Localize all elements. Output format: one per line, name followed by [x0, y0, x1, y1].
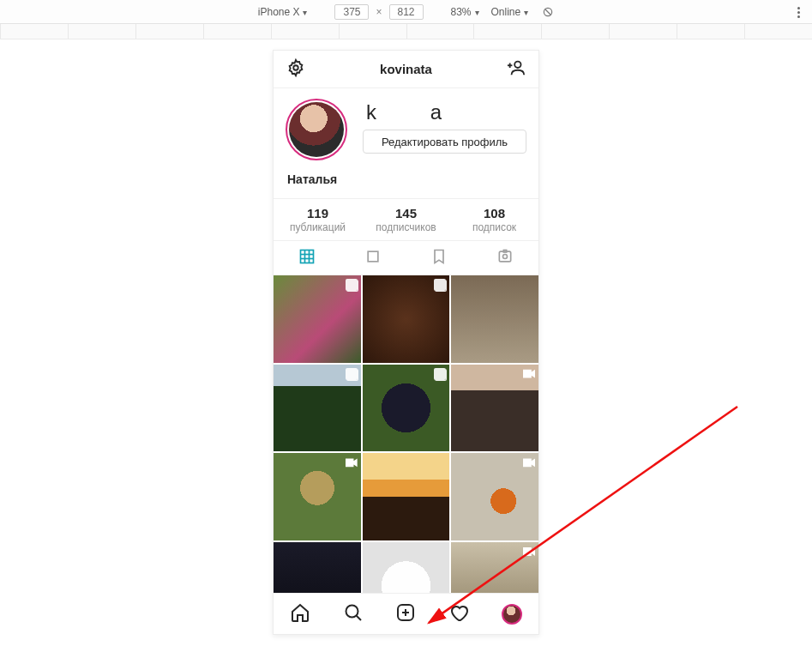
stat-followers[interactable]: 145 подписчиков: [362, 199, 450, 240]
feed-icon: [364, 248, 382, 269]
bookmark-icon: [430, 248, 448, 269]
profile-header: kovinata: [274, 51, 538, 88]
multi-photo-badge-icon: [434, 368, 446, 380]
multi-photo-badge-icon: [434, 279, 446, 291]
post-thumbnail[interactable]: [451, 365, 538, 452]
tagged-icon: [496, 248, 514, 269]
header-username: kovinata: [308, 62, 504, 76]
home-icon: [290, 602, 310, 626]
stat-posts-count: 119: [274, 206, 362, 220]
post-thumbnail[interactable]: [451, 275, 538, 363]
svg-line-1: [545, 9, 551, 15]
post-thumbnail[interactable]: [274, 365, 361, 452]
stat-posts-label: публикаций: [274, 221, 362, 233]
devtools-menu-button[interactable]: [797, 5, 800, 20]
profile-info-row: k a Редактировать профиль: [274, 88, 538, 166]
multi-photo-badge-icon: [346, 368, 358, 380]
viewport-height-input[interactable]: [389, 4, 424, 20]
profile-stats: 119 публикаций 145 подписчиков 108 подпи…: [274, 198, 538, 241]
phone-viewport: kovinata k a Редактировать профиль Натал…: [273, 50, 539, 635]
avatar-icon: [502, 604, 522, 625]
dimension-separator: ×: [376, 6, 382, 18]
tab-saved[interactable]: [406, 241, 472, 275]
post-thumbnail[interactable]: [274, 275, 361, 363]
gear-icon: [286, 58, 305, 81]
svg-point-13: [503, 254, 508, 258]
svg-point-15: [346, 605, 358, 617]
stat-following[interactable]: 108 подписок: [450, 199, 538, 240]
profile-username-large: k a: [366, 100, 526, 124]
stat-following-count: 108: [450, 206, 538, 220]
stat-posts[interactable]: 119 публикаций: [274, 199, 362, 240]
video-badge-icon: [523, 546, 535, 558]
grid-icon: [298, 248, 316, 269]
video-badge-icon: [346, 456, 358, 468]
bottom-nav: [274, 593, 538, 634]
post-thumbnail[interactable]: [274, 542, 361, 593]
zoom-select[interactable]: 83%: [451, 6, 479, 18]
svg-rect-12: [500, 251, 511, 262]
edit-profile-button[interactable]: Редактировать профиль: [363, 130, 526, 154]
nav-activity[interactable]: [448, 604, 469, 625]
responsive-ruler: [0, 24, 812, 39]
post-thumbnail[interactable]: [451, 542, 538, 593]
video-badge-icon: [523, 368, 535, 380]
svg-rect-6: [300, 250, 313, 263]
nav-new-post[interactable]: [395, 604, 416, 625]
viewport-width-input[interactable]: [334, 4, 369, 20]
multi-photo-badge-icon: [346, 279, 358, 291]
device-select[interactable]: iPhone X: [258, 6, 308, 18]
posts-grid: [274, 275, 538, 593]
svg-line-16: [356, 615, 361, 620]
settings-button[interactable]: [284, 58, 308, 81]
stat-followers-count: 145: [362, 206, 450, 220]
video-badge-icon: [523, 456, 535, 468]
profile-avatar[interactable]: [286, 99, 347, 160]
heart-icon: [448, 602, 469, 626]
post-thumbnail[interactable]: [363, 453, 450, 540]
post-thumbnail[interactable]: [363, 275, 450, 363]
stat-following-label: подписок: [450, 221, 538, 233]
tab-tagged[interactable]: [472, 241, 538, 275]
post-thumbnail[interactable]: [363, 542, 450, 593]
tab-grid[interactable]: [274, 241, 340, 275]
plus-square-icon: [395, 602, 416, 626]
post-thumbnail[interactable]: [274, 453, 361, 540]
rotate-icon[interactable]: [542, 6, 554, 18]
svg-point-3: [514, 61, 520, 67]
stat-followers-label: подписчиков: [362, 221, 450, 233]
tab-feed[interactable]: [340, 241, 406, 275]
svg-point-2: [293, 65, 298, 70]
nav-home[interactable]: [290, 604, 310, 625]
profile-display-name: Наталья: [274, 166, 538, 198]
nav-search[interactable]: [343, 604, 364, 625]
post-thumbnail[interactable]: [363, 365, 450, 452]
nav-profile[interactable]: [502, 604, 522, 625]
throttle-select[interactable]: Online: [491, 6, 529, 18]
devtools-toolbar: iPhone X × 83% Online: [0, 0, 812, 24]
search-icon: [343, 602, 364, 626]
discover-people-button[interactable]: [504, 58, 528, 81]
add-person-icon: [507, 58, 526, 81]
profile-tabs: [274, 241, 538, 275]
post-thumbnail[interactable]: [451, 453, 538, 540]
svg-rect-11: [368, 251, 378, 262]
